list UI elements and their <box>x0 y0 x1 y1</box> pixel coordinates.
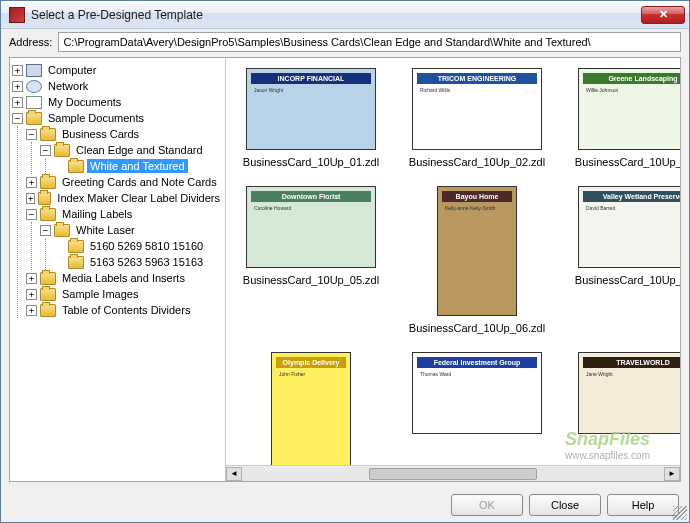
template-title: Downtown Florist <box>251 191 371 202</box>
template-thumbnail[interactable]: Federal Investment GroupThomas Ward <box>402 352 552 481</box>
tree-mydocs[interactable]: My Documents <box>45 95 124 109</box>
titlebar: Select a Pre-Designed Template ✕ <box>1 1 689 29</box>
template-thumbnail[interactable]: INCORP FINANCIALJason WrightBusinessCard… <box>236 68 386 168</box>
address-bar: Address: <box>1 29 689 55</box>
tree-mailing[interactable]: Mailing Labels <box>59 207 135 221</box>
template-thumbnail[interactable]: Valley Wetland PreserveDavid BarrettBusi… <box>568 186 680 334</box>
expander-icon[interactable] <box>26 209 37 220</box>
template-title: Olympic Delivery <box>276 357 346 368</box>
address-input[interactable] <box>58 32 681 52</box>
template-gallery: INCORP FINANCIALJason WrightBusinessCard… <box>226 58 680 481</box>
window-title: Select a Pre-Designed Template <box>31 8 641 22</box>
expander-icon[interactable] <box>12 97 23 108</box>
template-title: Valley Wetland Preserve <box>583 191 680 202</box>
template-name: Jason Wright <box>251 84 371 145</box>
network-icon <box>26 80 42 93</box>
template-thumbnail[interactable]: TRICOM ENGINEERINGRichard WillisBusiness… <box>402 68 552 168</box>
tree-business-cards[interactable]: Business Cards <box>59 127 142 141</box>
dialog-window: Select a Pre-Designed Template ✕ Address… <box>0 0 690 523</box>
template-preview: Downtown FloristCaroline Howard <box>246 186 376 268</box>
app-icon <box>9 7 25 23</box>
template-grid: INCORP FINANCIALJason WrightBusinessCard… <box>236 68 670 481</box>
template-name: Thomas Ward <box>417 368 537 429</box>
expander-icon[interactable] <box>40 145 51 156</box>
template-title: TRICOM ENGINEERING <box>417 73 537 84</box>
tree-code1[interactable]: 5160 5269 5810 15160 <box>87 239 206 253</box>
resize-grip[interactable] <box>673 506 687 520</box>
tree-media[interactable]: Media Labels and Inserts <box>59 271 188 285</box>
expander-icon[interactable] <box>12 65 23 76</box>
horizontal-scrollbar[interactable]: ◄ ► <box>226 465 680 481</box>
template-name: Willie Johnson <box>583 84 680 145</box>
expander-icon[interactable] <box>40 225 51 236</box>
folder-icon <box>40 304 56 317</box>
tree-greeting[interactable]: Greeting Cards and Note Cards <box>59 175 220 189</box>
address-label: Address: <box>9 36 52 48</box>
documents-icon <box>26 96 42 109</box>
scroll-right-arrow-icon[interactable]: ► <box>664 467 680 481</box>
folder-tree[interactable]: Computer Network My Documents Sample Doc… <box>10 58 226 481</box>
template-preview: Federal Investment GroupThomas Ward <box>412 352 542 434</box>
template-preview: Olympic DeliveryJohn Fisher <box>271 352 351 481</box>
template-title: Greene Landscaping <box>583 73 680 84</box>
folder-icon <box>40 208 56 221</box>
tree-white-textured[interactable]: White and Textured <box>87 159 188 173</box>
window-close-button[interactable]: ✕ <box>641 6 685 24</box>
template-preview: INCORP FINANCIALJason Wright <box>246 68 376 150</box>
tree-sample-images[interactable]: Sample Images <box>59 287 141 301</box>
scroll-track[interactable] <box>242 467 664 481</box>
template-filename: BusinessCard_10Up_02.zdl <box>409 156 545 168</box>
tree-clean-edge[interactable]: Clean Edge and Standard <box>73 143 206 157</box>
tree-computer[interactable]: Computer <box>45 63 99 77</box>
tree-toc[interactable]: Table of Contents Dividers <box>59 303 193 317</box>
tree-white-laser[interactable]: White Laser <box>73 223 138 237</box>
template-filename: BusinessCard_10Up_08.zdl <box>575 274 680 286</box>
template-name: Kelly-anne Kelly-Smith <box>442 202 512 311</box>
scroll-thumb[interactable] <box>369 468 538 480</box>
template-name: Jane Wright <box>583 368 680 429</box>
template-thumbnail[interactable]: Bayou HomeKelly-anne Kelly-SmithBusiness… <box>402 186 552 334</box>
folder-icon <box>40 272 56 285</box>
template-thumbnail[interactable]: Olympic DeliveryJohn Fisher <box>236 352 386 481</box>
folder-icon <box>38 192 51 205</box>
scroll-left-arrow-icon[interactable]: ◄ <box>226 467 242 481</box>
tree-network[interactable]: Network <box>45 79 91 93</box>
folder-icon <box>54 224 70 237</box>
template-title: Federal Investment Group <box>417 357 537 368</box>
expander-icon[interactable] <box>26 305 37 316</box>
template-preview: Greene LandscapingWillie Johnson <box>578 68 680 150</box>
template-name: John Fisher <box>276 368 346 477</box>
template-title: Bayou Home <box>442 191 512 202</box>
expander-icon[interactable] <box>26 273 37 284</box>
ok-button[interactable]: OK <box>451 494 523 516</box>
template-name: Richard Willis <box>417 84 537 145</box>
folder-icon <box>68 240 84 253</box>
template-preview: Bayou HomeKelly-anne Kelly-Smith <box>437 186 517 316</box>
expander-icon[interactable] <box>26 193 35 204</box>
template-filename: BusinessCard_10Up_01.zdl <box>243 156 379 168</box>
help-button[interactable]: Help <box>607 494 679 516</box>
tree-sampledocs[interactable]: Sample Documents <box>45 111 147 125</box>
close-button[interactable]: Close <box>529 494 601 516</box>
folder-icon <box>40 176 56 189</box>
template-filename: BusinessCard_10Up_05.zdl <box>243 274 379 286</box>
template-preview: Valley Wetland PreserveDavid Barrett <box>578 186 680 268</box>
close-icon: ✕ <box>659 8 668 21</box>
expander-icon[interactable] <box>12 81 23 92</box>
template-name: Caroline Howard <box>251 202 371 263</box>
template-filename: BusinessCard_10Up_04.zdl <box>575 156 680 168</box>
expander-icon[interactable] <box>26 177 37 188</box>
expander-icon[interactable] <box>12 113 23 124</box>
main-body: Computer Network My Documents Sample Doc… <box>9 57 681 482</box>
template-thumbnail[interactable]: Greene LandscapingWillie JohnsonBusiness… <box>568 68 680 168</box>
folder-icon <box>68 160 84 173</box>
folder-icon <box>40 128 56 141</box>
folder-icon <box>26 112 42 125</box>
dialog-footer: OK Close Help <box>1 488 689 522</box>
tree-index-maker[interactable]: Index Maker Clear Label Dividers <box>54 191 223 205</box>
template-thumbnail[interactable]: TRAVELWORLDJane Wright <box>568 352 680 481</box>
expander-icon[interactable] <box>26 289 37 300</box>
tree-code2[interactable]: 5163 5263 5963 15163 <box>87 255 206 269</box>
expander-icon[interactable] <box>26 129 37 140</box>
template-thumbnail[interactable]: Downtown FloristCaroline HowardBusinessC… <box>236 186 386 334</box>
